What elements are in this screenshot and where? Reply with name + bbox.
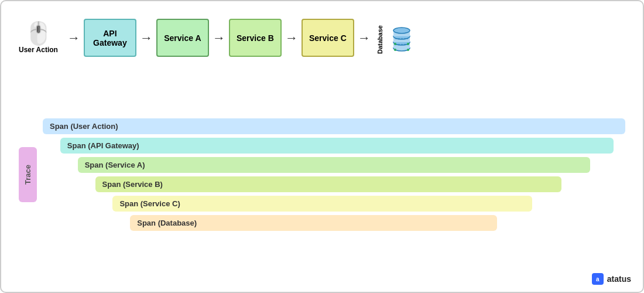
span-service-b: Span (Service B) (95, 176, 561, 192)
span-service-a: Span (Service A) (78, 157, 591, 173)
hand-icon: 🖱️ (25, 22, 52, 45)
span-api-gateway: Span (API Gateway) (60, 138, 614, 154)
service-c-box: Service C (302, 19, 354, 57)
trace-label-container: Trace (19, 69, 37, 280)
trace-section: Trace Span (User Action) Span (API Gatew… (19, 69, 625, 280)
database-group: Database (376, 22, 418, 54)
atatus-logo: a atatus (592, 273, 631, 285)
svg-point-11 (394, 43, 396, 45)
brand-name: atatus (607, 274, 631, 284)
svg-point-6 (393, 28, 410, 33)
service-b-box: Service B (229, 19, 282, 57)
svg-point-9 (394, 49, 396, 51)
span-service-c: Span (Service C) (112, 196, 532, 212)
api-gateway-box: APIGateway (84, 19, 136, 57)
service-b-label: Service B (237, 33, 274, 43)
arrow-1: → (67, 30, 80, 46)
atatus-icon: a (592, 273, 604, 285)
diagram-row: 🖱️ User Action → APIGateway → Service A … (19, 19, 625, 57)
service-a-label: Service A (164, 33, 201, 43)
trace-label: Trace (19, 147, 37, 202)
database-label: Database (376, 22, 383, 54)
spans-container: Span (User Action) Span (API Gateway) Sp… (43, 69, 625, 280)
arrow-5: → (358, 30, 371, 46)
svg-point-10 (407, 49, 409, 51)
api-gateway-label: APIGateway (93, 29, 127, 47)
arrow-3: → (213, 30, 225, 46)
main-container: 🖱️ User Action → APIGateway → Service A … (1, 1, 643, 292)
user-action-group: 🖱️ User Action (19, 22, 58, 54)
span-user-action: Span (User Action) (43, 118, 625, 134)
arrow-2: → (140, 30, 153, 46)
database-icon (386, 22, 418, 54)
service-a-box: Service A (156, 19, 209, 57)
user-action-label: User Action (19, 46, 58, 54)
span-database: Span (Database) (130, 215, 497, 231)
svg-point-12 (407, 43, 409, 45)
service-c-label: Service C (309, 33, 347, 43)
arrow-4: → (285, 30, 298, 46)
